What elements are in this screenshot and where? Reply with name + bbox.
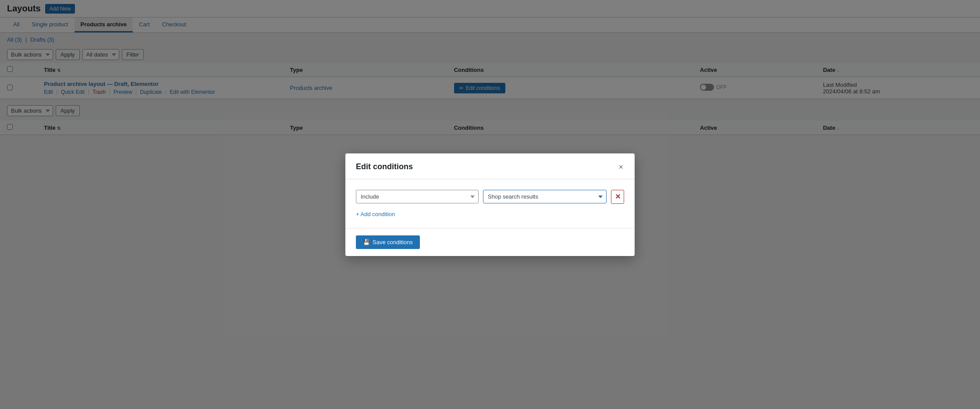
- condition-include-select[interactable]: Include Exclude: [356, 190, 479, 203]
- modal-body: Include Exclude Shop search results Enti…: [345, 179, 635, 228]
- modal-footer: 💾 Save conditions: [345, 228, 635, 256]
- modal-title: Edit conditions: [356, 162, 413, 171]
- modal-header: Edit conditions ×: [345, 153, 635, 179]
- add-condition-link[interactable]: + Add condition: [356, 211, 395, 217]
- modal-overlay: Edit conditions × Include Exclude Shop s…: [0, 0, 980, 409]
- condition-row: Include Exclude Shop search results Enti…: [356, 190, 624, 204]
- close-x-icon: ✕: [615, 192, 621, 201]
- save-conditions-button[interactable]: 💾 Save conditions: [356, 235, 420, 249]
- modal-close-button[interactable]: ×: [618, 162, 624, 172]
- save-icon: 💾: [363, 239, 370, 245]
- condition-value-select[interactable]: Shop search results Entire Shop All Prod…: [483, 190, 607, 203]
- edit-conditions-modal: Edit conditions × Include Exclude Shop s…: [345, 153, 635, 256]
- remove-condition-button[interactable]: ✕: [611, 190, 624, 204]
